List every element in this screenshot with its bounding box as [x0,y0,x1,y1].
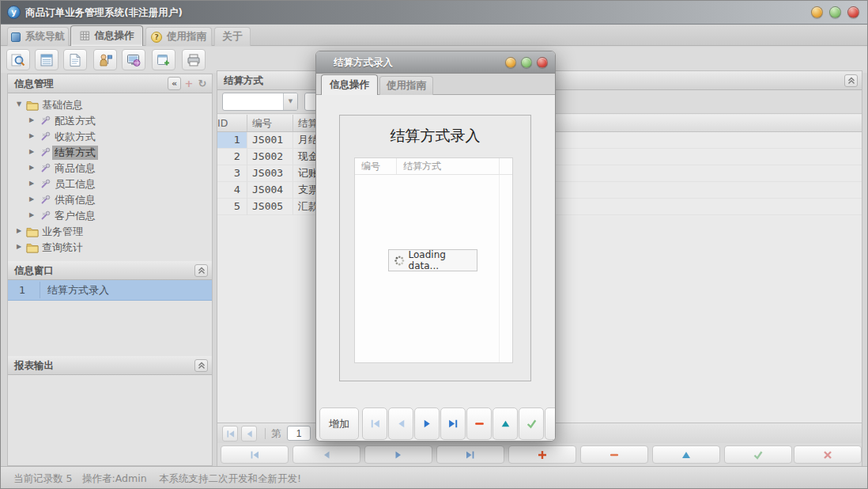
tree-label[interactable]: 收款方式 [55,130,96,144]
collapse-panel-button[interactable] [194,264,208,277]
tab-user-guide[interactable]: ? 使用指南 [145,27,212,46]
save-record-button[interactable] [519,408,544,440]
cancel-record-button[interactable] [794,445,862,464]
new-window-button[interactable] [152,49,175,70]
last-record-button[interactable] [440,408,466,440]
prev-record-button[interactable] [388,408,413,440]
column-header-id[interactable]: ID [217,115,247,131]
tree-node-customer-info[interactable]: ▶ 客户信息 [8,208,212,224]
new-document-button[interactable] [63,49,87,70]
monitor-view-button[interactable] [122,49,145,70]
cell-code[interactable]: JS005 [247,199,293,215]
add-record-button[interactable] [508,445,576,464]
form-view-button[interactable] [35,49,58,70]
first-page-button[interactable] [222,426,238,442]
prev-page-button[interactable] [241,426,257,442]
tree-node-supplier-info[interactable]: ▶ 供商信息 [8,192,212,208]
collapse-panel-button[interactable] [194,359,208,372]
tree-node-payment-method[interactable]: ▶ 收款方式 [8,129,212,145]
first-record-button[interactable] [362,408,387,440]
expander-closed-icon[interactable]: ▶ [17,243,21,250]
tree-node-query-stats[interactable]: ▶ 查询统计 [8,240,212,256]
tree-label[interactable]: 员工信息 [55,177,96,191]
column-header-code[interactable]: 编号 [355,158,397,174]
cell-code[interactable]: JS003 [247,165,293,182]
filter-combo-1[interactable]: ▼ [222,93,298,111]
dialog-close-button[interactable] [537,57,548,68]
add-icon[interactable]: + [183,77,194,90]
expander-closed-icon[interactable]: ▶ [29,211,34,218]
close-button[interactable] [847,6,859,18]
tree-label[interactable]: 业务管理 [42,225,83,239]
minimize-button[interactable] [811,6,823,18]
info-window-list: 1 结算方式录入 [8,280,212,356]
prev-record-button[interactable] [292,445,360,464]
tab-system-nav[interactable]: 系统导航 [7,27,69,46]
cell-code[interactable]: JS004 [247,182,293,199]
collapse-panel-button[interactable] [844,74,858,87]
tree-node-business-mgmt[interactable]: ▶ 业务管理 [8,224,212,240]
tree-label[interactable]: 客户信息 [55,209,96,223]
maximize-button[interactable] [829,6,841,18]
dialog-tab-info-operation[interactable]: 信息操作 [321,74,378,95]
double-chevron-up-icon [847,77,855,85]
cell-id[interactable]: 2 [217,149,247,165]
dialog-body: 结算方式录入 编号 结算方式 [316,95,555,442]
dialog-title-bar[interactable]: 结算方式录入 [316,51,555,74]
cell-code[interactable]: JS002 [247,149,293,165]
last-record-button[interactable] [436,445,504,464]
collapse-left-button[interactable]: « [168,77,181,90]
expander-closed-icon[interactable]: ▶ [29,164,34,171]
cell-id[interactable]: 3 [217,165,247,182]
tree-label[interactable]: 结算方式 [52,146,98,160]
save-record-button[interactable] [724,445,792,464]
column-header-method[interactable]: 结算方式 [397,158,500,174]
cell-id[interactable]: 4 [217,182,247,199]
edit-record-button[interactable] [652,445,720,464]
tree-node-employee-info[interactable]: ▶ 员工信息 [8,176,212,192]
printer-button[interactable] [182,49,206,70]
user-permission-button[interactable] [93,49,117,70]
first-record-button[interactable] [221,445,289,464]
tree-node-settlement-method[interactable]: ▶ 结算方式 [8,145,212,161]
edit-record-button[interactable] [492,408,518,440]
expander-closed-icon[interactable]: ▶ [29,132,34,139]
cell-code[interactable]: JS001 [247,132,293,149]
next-record-button[interactable] [364,445,432,464]
chevron-down-icon[interactable]: ▼ [283,93,297,110]
tree-label[interactable]: 供商信息 [55,193,96,207]
delete-record-button[interactable] [580,445,648,464]
dialog-maximize-button[interactable] [521,57,532,68]
app-logo-icon: y [7,6,21,19]
tree-node-product-info[interactable]: ▶ 商品信息 [8,161,212,176]
refresh-icon[interactable]: ↻ [197,77,208,90]
dialog-minimize-button[interactable] [505,57,516,68]
panel-title: 结算方式 [224,74,263,86]
cell-id[interactable]: 5 [217,199,247,215]
tree-node-basic-info[interactable]: ▼ 基础信息 [8,97,212,113]
column-header-code[interactable]: 编号 [247,115,293,131]
tree-label[interactable]: 商品信息 [55,161,96,176]
dialog-tab-user-guide[interactable]: 使用指南 [379,76,433,95]
cell-id[interactable]: 1 [217,132,247,149]
search-button[interactable] [6,49,30,70]
expander-closed-icon[interactable]: ▶ [29,116,34,123]
add-button[interactable]: 增加 [319,408,359,440]
expander-open-icon[interactable]: ▼ [17,100,21,108]
tree-label[interactable]: 查询统计 [42,241,83,255]
window-list-item[interactable]: 1 结算方式录入 [8,280,212,301]
expander-closed-icon[interactable]: ▶ [29,195,34,203]
tab-about[interactable]: 关于 [214,27,251,46]
page-number-input[interactable] [287,426,311,441]
cancel-record-button[interactable] [545,408,556,440]
tree-label[interactable]: 配送方式 [55,114,96,128]
expander-closed-icon[interactable]: ▶ [17,227,21,234]
delete-record-button[interactable] [466,408,492,440]
expander-closed-icon[interactable]: ▶ [29,180,34,187]
tab-info-operation[interactable]: 信息操作 [70,25,143,46]
next-record-button[interactable] [414,408,440,440]
tree-label[interactable]: 基础信息 [42,98,83,112]
tree-node-delivery-method[interactable]: ▶ 配送方式 [8,113,212,129]
expander-closed-icon[interactable]: ▶ [29,148,34,155]
loading-indicator: Loading data... [388,249,477,271]
